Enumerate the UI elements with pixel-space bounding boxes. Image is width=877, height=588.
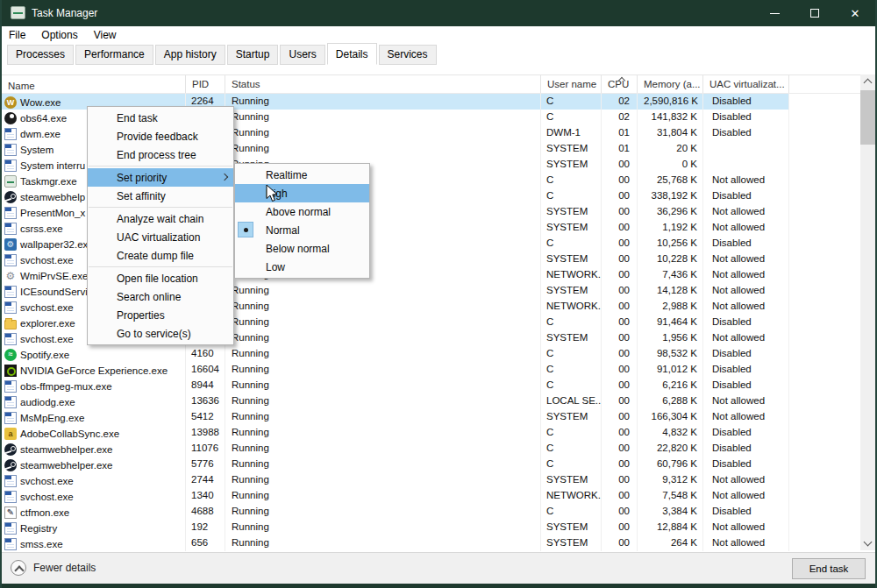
tab-performance[interactable]: Performance: [75, 45, 153, 65]
submenu-item-high[interactable]: High: [235, 184, 369, 202]
uac-cell: Disabled: [703, 362, 789, 378]
user-name-cell: DWM-1: [541, 125, 602, 141]
tab-users[interactable]: Users: [280, 45, 324, 65]
scroll-up-icon[interactable]: [860, 74, 875, 89]
process-name: NVIDIA GeForce Experience.exe: [20, 365, 168, 376]
user-name-cell: LOCAL SE...: [541, 393, 602, 409]
table-row[interactable]: Spotify.exe4160RunningC0098,532 KDisable…: [2, 346, 789, 362]
memory-cell: 6,288 K: [638, 393, 703, 409]
menu-item-search-online[interactable]: Search online: [88, 287, 233, 306]
scrollbar-thumb[interactable]: [860, 90, 875, 145]
table-row[interactable]: audiodg.exe13636RunningLOCAL SE...006,28…: [2, 393, 789, 409]
menubar-item-file[interactable]: File: [9, 27, 34, 43]
menubar-item-options[interactable]: Options: [41, 27, 86, 43]
table-row[interactable]: smss.exe656RunningSYSTEM00264 KNot allow…: [2, 535, 789, 551]
maximize-button[interactable]: [795, 0, 835, 26]
submenu-item-low[interactable]: Low: [235, 258, 369, 276]
menu-item-set-priority[interactable]: Set priority: [88, 168, 233, 187]
menu-item-analyze-wait-chain[interactable]: Analyze wait chain: [88, 209, 233, 228]
column-header-name[interactable]: Name: [2, 75, 186, 93]
user-name-cell: SYSTEM: [541, 251, 602, 267]
column-header-user-name[interactable]: User name: [541, 75, 602, 93]
pid-cell: 5412: [186, 409, 225, 425]
column-header-status[interactable]: Status: [225, 75, 541, 93]
menu-item-label: Search online: [117, 291, 181, 303]
status-cell: Running: [225, 125, 541, 141]
fewer-details-toggle[interactable]: Fewer details: [11, 560, 96, 576]
uac-cell: Disabled: [703, 346, 789, 362]
tab-processes[interactable]: Processes: [7, 45, 74, 65]
status-cell: Running: [225, 409, 541, 425]
table-row[interactable]: obs-ffmpeg-mux.exe8944RunningC006,216 KD…: [2, 378, 789, 393]
menu-item-uac-virtualization[interactable]: UAC virtualization: [88, 228, 233, 246]
menu-item-open-file-location[interactable]: Open file location: [88, 269, 233, 287]
table-row[interactable]: MsMpEng.exe5412RunningSYSTEM00166,304 KN…: [2, 409, 789, 425]
memory-cell: 338,192 K: [638, 188, 703, 204]
tab-details[interactable]: Details: [327, 43, 377, 65]
menu-item-provide-feedback[interactable]: Provide feedback: [88, 127, 233, 145]
submenu-item-realtime[interactable]: Realtime: [235, 166, 369, 184]
menu-item-end-task[interactable]: End task: [88, 109, 233, 127]
menu-separator: [89, 207, 232, 208]
table-row[interactable]: Registry192RunningSYSTEM0012,884 KNot al…: [2, 520, 789, 535]
submenu-item-below-normal[interactable]: Below normal: [235, 239, 369, 258]
memory-cell: 264 K: [638, 535, 703, 551]
menubar-item-view[interactable]: View: [94, 27, 125, 43]
table-row[interactable]: ctfmon.exe4688RunningC003,384 KDisabled: [2, 504, 789, 520]
pid-cell: 5776: [186, 457, 225, 472]
generic-icon: [4, 254, 17, 266]
cpu-cell: 00: [602, 520, 638, 535]
memory-cell: 91,464 K: [638, 315, 703, 330]
cpu-cell: 00: [602, 330, 638, 346]
status-cell: Running: [225, 330, 541, 346]
scroll-down-icon[interactable]: [860, 536, 875, 550]
menu-item-go-to-service-s[interactable]: Go to service(s): [88, 324, 233, 343]
close-button[interactable]: ✕: [835, 0, 875, 26]
cpu-cell: 00: [602, 157, 638, 173]
table-row[interactable]: NVIDIA GeForce Experience.exe16604Runnin…: [2, 362, 789, 378]
process-name: audiodg.exe: [20, 397, 75, 407]
user-name-cell: SYSTEM: [541, 330, 602, 346]
memory-cell: 1,956 K: [638, 330, 703, 346]
cpu-cell: 00: [602, 346, 638, 362]
user-name-cell: C: [541, 173, 602, 188]
table-row[interactable]: svchost.exe1340RunningNETWORK...007,548 …: [2, 488, 789, 504]
tab-app-history[interactable]: App history: [155, 45, 225, 65]
menu-item-end-process-tree[interactable]: End process tree: [88, 145, 233, 164]
user-name-cell: SYSTEM: [541, 520, 602, 535]
submenu-item-normal[interactable]: Normal: [235, 221, 369, 239]
tab-services[interactable]: Services: [379, 45, 437, 65]
column-header-cpu[interactable]: CPU: [602, 75, 638, 93]
process-name-cell: Spotify.exe: [2, 346, 186, 362]
menu-item-create-dump-file[interactable]: Create dump file: [88, 246, 233, 265]
end-task-button[interactable]: End task: [792, 558, 866, 579]
generic-icon: [4, 223, 17, 235]
column-header-pid[interactable]: PID: [186, 75, 225, 93]
spotify-icon: [4, 349, 17, 361]
process-name: ctfmon.exe: [20, 507, 69, 518]
taskmgr-icon: [4, 175, 17, 188]
table-row[interactable]: AdobeCollabSync.exe13988RunningC004,832 …: [2, 425, 789, 441]
vertical-scrollbar[interactable]: [860, 74, 875, 550]
column-header-memory-a[interactable]: Memory (a...: [638, 75, 703, 93]
memory-cell: 3,384 K: [638, 504, 703, 520]
cpu-cell: 00: [602, 236, 638, 251]
cpu-cell: 00: [602, 488, 638, 504]
table-row[interactable]: steamwebhelper.exe5776RunningC0060,796 K…: [2, 457, 789, 472]
column-header-uac-virtualizat[interactable]: UAC virtualizat...: [703, 75, 789, 93]
cpu-cell: 00: [602, 267, 638, 283]
pid-cell: 4160: [186, 346, 225, 362]
menu-item-properties[interactable]: Properties: [88, 306, 233, 324]
process-name: Registry: [20, 523, 57, 534]
table-row[interactable]: svchost.exe2744RunningSYSTEM009,312 KNot…: [2, 472, 789, 488]
table-row[interactable]: steamwebhelper.exe11076RunningC0022,820 …: [2, 441, 789, 457]
minimize-button[interactable]: [754, 0, 795, 26]
submenu-item-above-normal[interactable]: Above normal: [235, 202, 369, 221]
menu-item-set-affinity[interactable]: Set affinity: [88, 187, 233, 205]
uac-cell: Not allowed: [703, 393, 789, 409]
status-cell: Running: [225, 535, 541, 551]
user-name-cell: C: [541, 346, 602, 362]
memory-cell: 91,012 K: [638, 362, 703, 378]
uac-cell: Disabled: [703, 94, 789, 110]
tab-startup[interactable]: Startup: [227, 45, 279, 65]
